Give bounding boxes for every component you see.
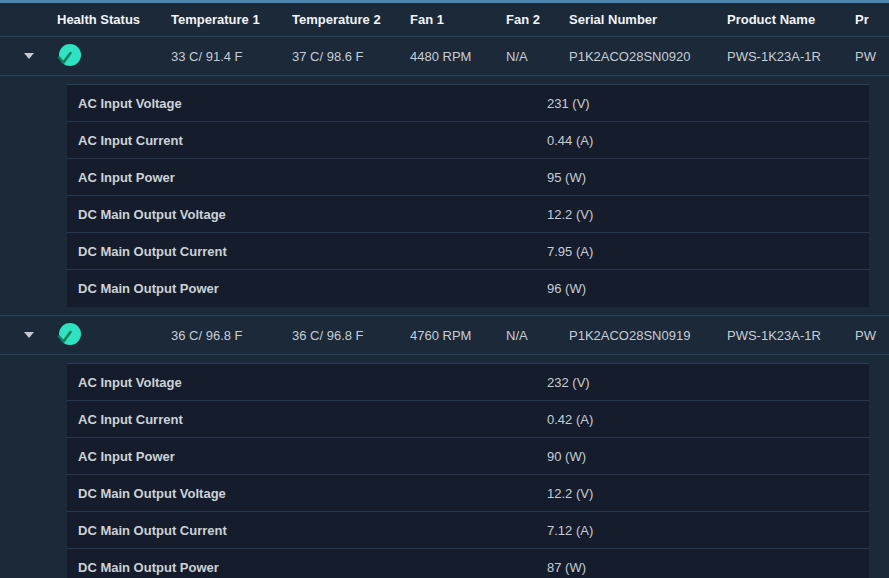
column-header-fan-1: Fan 1: [410, 12, 506, 27]
column-header-product-name: Product Name: [727, 12, 855, 27]
detail-label: AC Input Voltage: [78, 375, 182, 390]
detail-label: AC Input Current: [78, 133, 183, 148]
product-part-cell: PW: [855, 49, 889, 64]
psu-row-1[interactable]: 33 C/ 91.4 F 37 C/ 98.6 F 4480 RPM N/A P…: [0, 36, 889, 76]
detail-row-ac-input-voltage: AC Input Voltage 232 (V): [67, 364, 869, 401]
fan-2-cell: N/A: [506, 328, 569, 343]
fan-1-cell: 4760 RPM: [410, 328, 506, 343]
collapse-caret-icon[interactable]: [24, 53, 34, 59]
column-header-serial-number: Serial Number: [569, 12, 727, 27]
fan-1-cell: 4480 RPM: [410, 49, 506, 64]
health-ok-icon: [57, 44, 81, 68]
detail-label: DC Main Output Power: [78, 281, 219, 296]
psu-status-table: Health Status Temperature 1 Temperature …: [0, 0, 889, 578]
column-header-health-status: Health Status: [57, 12, 171, 27]
temperature-1-cell: 33 C/ 91.4 F: [171, 49, 292, 64]
health-status-cell: [57, 323, 171, 347]
detail-row-dc-main-output-voltage: DC Main Output Voltage 12.2 (V): [67, 196, 869, 233]
serial-number-cell: P1K2ACO28SN0920: [569, 49, 727, 64]
psu-1-details-panel: AC Input Voltage 231 (V) AC Input Curren…: [67, 84, 869, 307]
psu-2-details-panel: AC Input Voltage 232 (V) AC Input Curren…: [67, 363, 869, 578]
detail-row-ac-input-power: AC Input Power 95 (W): [67, 159, 869, 196]
detail-label: DC Main Output Power: [78, 560, 219, 575]
column-header-product-part: Pr: [855, 12, 889, 27]
detail-row-dc-main-output-power: DC Main Output Power 96 (W): [67, 270, 869, 307]
expander-cell: [0, 53, 57, 59]
column-header-temperature-1: Temperature 1: [171, 12, 292, 27]
column-header-fan-2: Fan 2: [506, 12, 569, 27]
health-ok-icon: [57, 323, 81, 347]
detail-label: AC Input Voltage: [78, 96, 182, 111]
detail-label: AC Input Power: [78, 449, 175, 464]
detail-row-dc-main-output-current: DC Main Output Current 7.12 (A): [67, 512, 869, 549]
column-header-temperature-2: Temperature 2: [292, 12, 410, 27]
detail-value: 7.95 (A): [547, 244, 593, 259]
health-status-cell: [57, 44, 171, 68]
detail-value: 90 (W): [547, 449, 586, 464]
detail-label: DC Main Output Voltage: [78, 207, 226, 222]
detail-row-ac-input-current: AC Input Current 0.42 (A): [67, 401, 869, 438]
detail-label: AC Input Current: [78, 412, 183, 427]
detail-label: DC Main Output Current: [78, 523, 227, 538]
detail-value: 95 (W): [547, 170, 586, 185]
detail-value: 232 (V): [547, 375, 590, 390]
detail-value: 12.2 (V): [547, 207, 593, 222]
detail-row-dc-main-output-power: DC Main Output Power 87 (W): [67, 549, 869, 578]
detail-value: 87 (W): [547, 560, 586, 575]
detail-label: DC Main Output Current: [78, 244, 227, 259]
table-header-row: Health Status Temperature 1 Temperature …: [0, 3, 889, 36]
temperature-2-cell: 36 C/ 96.8 F: [292, 328, 410, 343]
detail-value: 231 (V): [547, 96, 590, 111]
detail-value: 7.12 (A): [547, 523, 593, 538]
detail-row-dc-main-output-voltage: DC Main Output Voltage 12.2 (V): [67, 475, 869, 512]
serial-number-cell: P1K2ACO28SN0919: [569, 328, 727, 343]
fan-2-cell: N/A: [506, 49, 569, 64]
product-name-cell: PWS-1K23A-1R: [727, 328, 855, 343]
collapse-caret-icon[interactable]: [24, 332, 34, 338]
detail-row-ac-input-power: AC Input Power 90 (W): [67, 438, 869, 475]
detail-value: 0.42 (A): [547, 412, 593, 427]
detail-label: AC Input Power: [78, 170, 175, 185]
detail-value: 12.2 (V): [547, 486, 593, 501]
detail-row-ac-input-voltage: AC Input Voltage 231 (V): [67, 85, 869, 122]
temperature-1-cell: 36 C/ 96.8 F: [171, 328, 292, 343]
product-part-cell: PW: [855, 328, 889, 343]
product-name-cell: PWS-1K23A-1R: [727, 49, 855, 64]
psu-row-2[interactable]: 36 C/ 96.8 F 36 C/ 96.8 F 4760 RPM N/A P…: [0, 315, 889, 355]
detail-row-ac-input-current: AC Input Current 0.44 (A): [67, 122, 869, 159]
detail-label: DC Main Output Voltage: [78, 486, 226, 501]
detail-value: 96 (W): [547, 281, 586, 296]
detail-row-dc-main-output-current: DC Main Output Current 7.95 (A): [67, 233, 869, 270]
detail-value: 0.44 (A): [547, 133, 593, 148]
expander-cell: [0, 332, 57, 338]
temperature-2-cell: 37 C/ 98.6 F: [292, 49, 410, 64]
